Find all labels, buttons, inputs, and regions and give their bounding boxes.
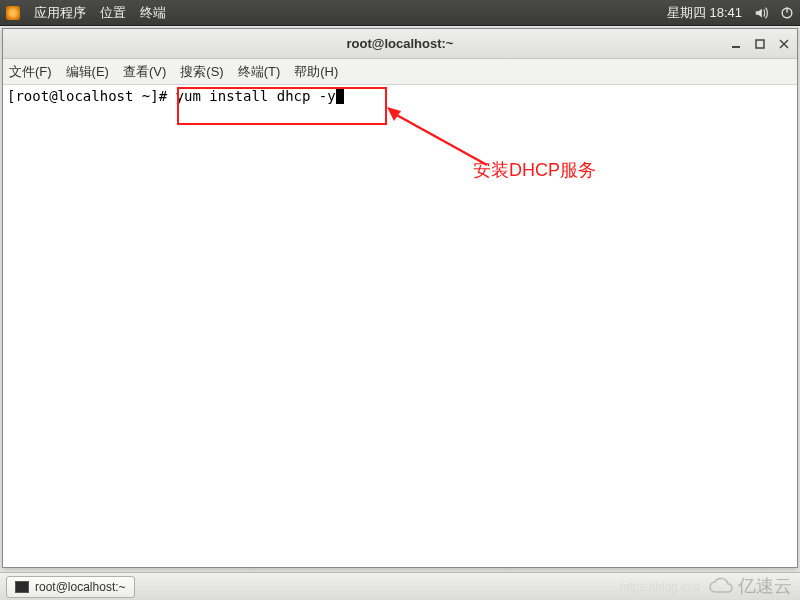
annotation-label: 安装DHCP服务 — [473, 159, 596, 182]
maximize-button[interactable] — [751, 35, 769, 53]
clock-label[interactable]: 星期四 18:41 — [667, 4, 742, 22]
text-cursor — [336, 89, 344, 104]
menu-terminal[interactable]: 终端(T) — [238, 63, 281, 81]
taskbar-window-button[interactable]: root@localhost:~ — [6, 576, 135, 598]
close-button[interactable] — [775, 35, 793, 53]
panel-menu-terminal[interactable]: 终端 — [140, 4, 166, 22]
minimize-button[interactable] — [727, 35, 745, 53]
blog-watermark: https://blog.csd — [619, 580, 700, 594]
panel-menu-applications[interactable]: 应用程序 — [34, 4, 86, 22]
svg-marker-4 — [387, 107, 401, 121]
terminal-icon — [15, 581, 29, 593]
svg-rect-3 — [756, 40, 764, 48]
distro-icon — [6, 6, 20, 20]
power-icon[interactable] — [780, 6, 794, 20]
menu-help[interactable]: 帮助(H) — [294, 63, 338, 81]
window-title: root@localhost:~ — [347, 36, 454, 51]
menu-file[interactable]: 文件(F) — [9, 63, 52, 81]
site-watermark: 亿速云 — [708, 574, 792, 598]
shell-command: yum install dhcp -y — [176, 88, 336, 104]
annotation-arrow — [387, 107, 491, 167]
gnome-top-panel: 应用程序 位置 终端 星期四 18:41 — [0, 0, 800, 26]
volume-icon[interactable] — [754, 6, 768, 20]
svg-rect-2 — [732, 46, 740, 48]
window-titlebar[interactable]: root@localhost:~ — [3, 29, 797, 59]
menu-edit[interactable]: 编辑(E) — [66, 63, 109, 81]
cloud-icon — [708, 577, 734, 595]
panel-menu-places[interactable]: 位置 — [100, 4, 126, 22]
svg-rect-1 — [786, 7, 787, 12]
menu-view[interactable]: 查看(V) — [123, 63, 166, 81]
shell-prompt: [root@localhost ~]# — [7, 88, 176, 104]
menu-search[interactable]: 搜索(S) — [180, 63, 223, 81]
terminal-menubar: 文件(F) 编辑(E) 查看(V) 搜索(S) 终端(T) 帮助(H) — [3, 59, 797, 85]
taskbar-window-label: root@localhost:~ — [35, 580, 126, 594]
terminal-viewport[interactable]: [root@localhost ~]# yum install dhcp -y … — [3, 85, 797, 567]
terminal-window: root@localhost:~ 文件(F) 编辑(E) 查看(V) 搜索(S)… — [2, 28, 798, 568]
